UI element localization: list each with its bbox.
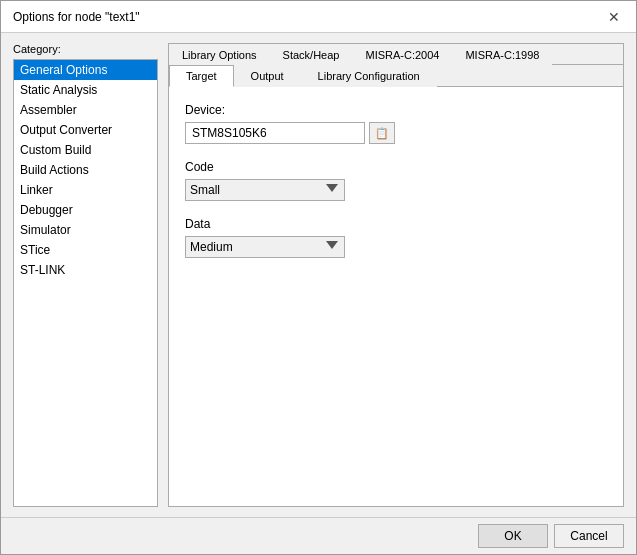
sidebar-item-assembler[interactable]: Assembler [14, 100, 157, 120]
dialog-footer: OK Cancel [1, 517, 636, 554]
code-label: Code [185, 160, 607, 174]
tab-misra-c-1998[interactable]: MISRA-C:1998 [452, 44, 552, 65]
tab-content: Device: 📋 Code Small Medium Large [169, 87, 623, 506]
sidebar-item-linker[interactable]: Linker [14, 180, 157, 200]
sidebar-item-general-options[interactable]: General Options [14, 60, 157, 80]
sidebar-item-static-analysis[interactable]: Static Analysis [14, 80, 157, 100]
options-dialog: Options for node "text1" ✕ Category: Gen… [0, 0, 637, 555]
tab-library-configuration[interactable]: Library Configuration [301, 65, 437, 87]
ok-button[interactable]: OK [478, 524, 548, 548]
sidebar-item-custom-build[interactable]: Custom Build [14, 140, 157, 160]
device-label: Device: [185, 103, 607, 117]
title-bar: Options for node "text1" ✕ [1, 1, 636, 33]
sidebar-item-build-actions[interactable]: Build Actions [14, 160, 157, 180]
dialog-body: Category: General Options Static Analysi… [1, 33, 636, 517]
category-label: Category: [13, 43, 158, 55]
data-label: Data [185, 217, 607, 231]
tabs-row1: Library Options Stack/Heap MISRA-C:2004 … [169, 44, 623, 65]
content-panel: Library Options Stack/Heap MISRA-C:2004 … [168, 43, 624, 507]
tab-output[interactable]: Output [234, 65, 301, 87]
browse-icon: 📋 [375, 127, 389, 140]
sidebar-item-simulator[interactable]: Simulator [14, 220, 157, 240]
dialog-title: Options for node "text1" [13, 10, 140, 24]
device-input[interactable] [185, 122, 365, 144]
category-panel: Category: General Options Static Analysi… [13, 43, 158, 507]
data-field: Data Small Medium Large [185, 217, 607, 258]
tab-library-options[interactable]: Library Options [169, 44, 270, 65]
close-button[interactable]: ✕ [604, 7, 624, 27]
cancel-button[interactable]: Cancel [554, 524, 624, 548]
browse-button[interactable]: 📋 [369, 122, 395, 144]
sidebar-item-debugger[interactable]: Debugger [14, 200, 157, 220]
code-field: Code Small Medium Large [185, 160, 607, 201]
category-list: General Options Static Analysis Assemble… [13, 59, 158, 507]
sidebar-item-stice[interactable]: STice [14, 240, 157, 260]
sidebar-item-st-link[interactable]: ST-LINK [14, 260, 157, 280]
sidebar-item-output-converter[interactable]: Output Converter [14, 120, 157, 140]
tab-stack-heap[interactable]: Stack/Heap [270, 44, 353, 65]
code-select[interactable]: Small Medium Large [185, 179, 345, 201]
tab-misra-c-2004[interactable]: MISRA-C:2004 [352, 44, 452, 65]
tabs-row2: Target Output Library Configuration [169, 65, 623, 87]
tab-target[interactable]: Target [169, 65, 234, 87]
data-select[interactable]: Small Medium Large [185, 236, 345, 258]
device-row: 📋 [185, 122, 607, 144]
